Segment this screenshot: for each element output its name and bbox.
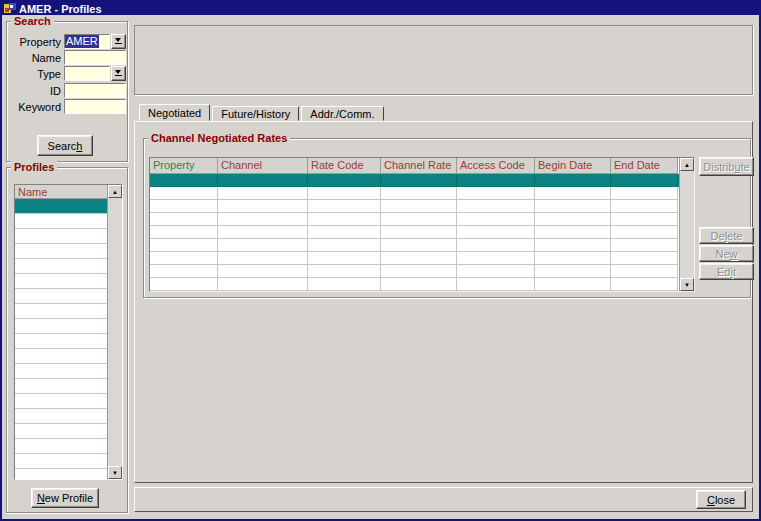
delete-button[interactable]: Delete <box>699 227 754 244</box>
rates-cell <box>611 226 678 239</box>
rates-cell <box>535 252 611 265</box>
scroll-up-button[interactable]: ▲ <box>108 185 122 198</box>
rates-cell <box>308 200 381 213</box>
profile-row[interactable] <box>15 319 107 334</box>
profile-row[interactable] <box>15 349 107 364</box>
search-button[interactable]: Search <box>37 135 93 156</box>
rates-cell <box>381 174 457 187</box>
scroll-track[interactable] <box>108 198 122 466</box>
new-button[interactable]: New <box>699 245 754 262</box>
rates-row[interactable] <box>150 278 679 291</box>
profile-row[interactable] <box>15 229 107 244</box>
rates-cell <box>150 239 218 252</box>
profile-row[interactable] <box>15 304 107 319</box>
search-group-label: Search <box>11 15 54 28</box>
type-input[interactable] <box>64 66 110 81</box>
rates-row[interactable] <box>150 265 679 278</box>
rates-cell <box>150 226 218 239</box>
rates-row[interactable] <box>150 200 679 213</box>
rates-column-header[interactable]: Channel Rate <box>381 158 457 174</box>
keyword-input[interactable] <box>64 99 126 114</box>
scroll-up-button[interactable]: ▲ <box>680 158 694 171</box>
rates-cell <box>457 278 535 291</box>
scroll-track[interactable] <box>680 171 694 278</box>
distribute-button[interactable]: Distribute <box>699 157 754 176</box>
rates-cell <box>218 213 308 226</box>
rates-column-header[interactable]: Access Code <box>457 158 535 174</box>
rates-column-header[interactable]: Channel <box>218 158 308 174</box>
profiles-scrollbar[interactable]: ▲ ▼ <box>107 185 122 479</box>
rates-cell <box>535 226 611 239</box>
profiles-list: Name ▲ ▼ <box>14 184 123 480</box>
rates-cell <box>218 265 308 278</box>
rates-header-row: PropertyChannelRate CodeChannel RateAcce… <box>150 158 679 174</box>
property-field-row: Property AMER <box>7 34 127 50</box>
up-arrow-icon: ▲ <box>112 189 118 195</box>
rates-cell <box>381 239 457 252</box>
rates-cell <box>535 278 611 291</box>
rates-scrollbar[interactable]: ▲ ▼ <box>679 158 694 291</box>
rates-cell <box>535 174 611 187</box>
rates-cell <box>457 265 535 278</box>
edit-button[interactable]: Edit <box>699 263 754 280</box>
rates-cell <box>308 239 381 252</box>
dropdown-arrow-icon <box>115 70 122 77</box>
rates-cell <box>308 174 381 187</box>
rates-cell <box>308 226 381 239</box>
rates-row[interactable] <box>150 213 679 226</box>
close-button[interactable]: Close <box>696 490 746 509</box>
profile-row[interactable] <box>15 274 107 289</box>
scroll-down-button[interactable]: ▼ <box>108 466 122 479</box>
rates-column-header[interactable]: Rate Code <box>308 158 381 174</box>
rates-group-label: Channel Negotiated Rates <box>148 132 290 145</box>
profile-row[interactable] <box>15 259 107 274</box>
rates-cell <box>457 187 535 200</box>
profile-row[interactable] <box>15 394 107 409</box>
rates-row[interactable] <box>150 174 679 187</box>
property-input[interactable]: AMER <box>64 34 110 49</box>
profile-row[interactable] <box>15 439 107 454</box>
profile-row[interactable] <box>15 469 107 479</box>
tab-content-panel: Channel Negotiated Rates PropertyChannel… <box>134 121 753 483</box>
profile-row[interactable] <box>15 424 107 439</box>
rates-row[interactable] <box>150 252 679 265</box>
rates-column-header[interactable]: End Date <box>611 158 678 174</box>
profiles-name-column-header[interactable]: Name <box>15 185 107 199</box>
rates-column-header[interactable]: Begin Date <box>535 158 611 174</box>
profile-row[interactable] <box>15 199 107 214</box>
rates-cell <box>150 213 218 226</box>
rates-row[interactable] <box>150 187 679 200</box>
new-profile-button[interactable]: New Profile <box>31 488 99 508</box>
rates-row[interactable] <box>150 239 679 252</box>
app-window: AMER - Profiles Search Property AMER Nam… <box>0 0 761 521</box>
keyword-field-row: Keyword <box>7 99 127 115</box>
tab-addr-comm[interactable]: Addr./Comm. <box>301 106 383 121</box>
profile-row[interactable] <box>15 289 107 304</box>
id-field-row: ID <box>7 83 127 99</box>
rates-cell <box>611 252 678 265</box>
id-input[interactable] <box>64 83 126 98</box>
profile-row[interactable] <box>15 454 107 469</box>
profile-row[interactable] <box>15 364 107 379</box>
profiles-group: Profiles Name ▲ ▼ New Profile <box>6 167 128 513</box>
rates-cell <box>457 239 535 252</box>
profile-row[interactable] <box>15 244 107 259</box>
tab-negotiated[interactable]: Negotiated <box>139 104 210 121</box>
profile-row[interactable] <box>15 214 107 229</box>
rates-cell <box>381 265 457 278</box>
name-input[interactable] <box>64 50 126 65</box>
type-dropdown-button[interactable] <box>111 66 126 81</box>
rates-cell <box>535 265 611 278</box>
rates-cell <box>308 252 381 265</box>
profiles-list-main: Name <box>15 185 107 479</box>
rates-row[interactable] <box>150 226 679 239</box>
scroll-down-button[interactable]: ▼ <box>680 278 694 291</box>
titlebar[interactable]: AMER - Profiles <box>2 2 759 15</box>
rates-column-header[interactable]: Property <box>150 158 218 174</box>
property-dropdown-button[interactable] <box>111 34 126 49</box>
tab-future-history[interactable]: Future/History <box>212 106 299 121</box>
profile-row[interactable] <box>15 379 107 394</box>
profile-row[interactable] <box>15 409 107 424</box>
rates-cell <box>150 278 218 291</box>
profile-row[interactable] <box>15 334 107 349</box>
